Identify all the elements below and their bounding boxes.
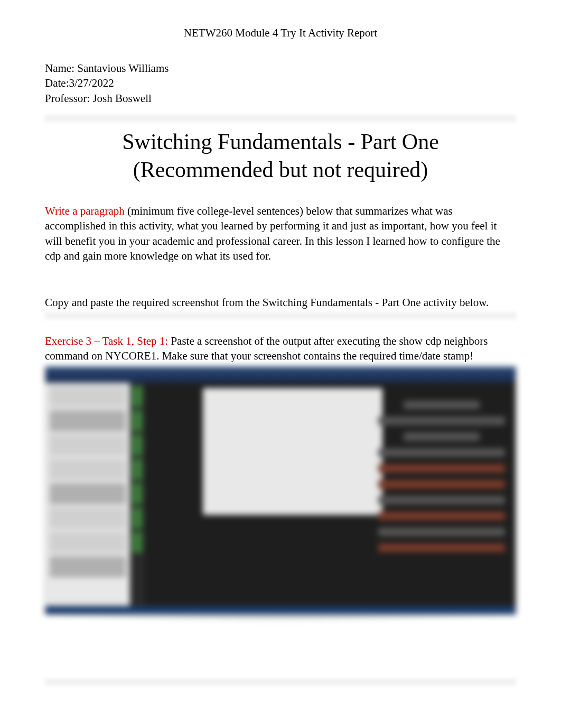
date-value: 3/27/2022 bbox=[69, 77, 114, 89]
exercise-command: show cdp neighbors bbox=[399, 335, 488, 347]
ss-sidebar-item bbox=[50, 410, 126, 431]
ss-output-line bbox=[378, 512, 505, 520]
exercise-label: Exercise 3 – Task 1, Step 1: bbox=[45, 335, 168, 347]
title-line1: Switching Fundamentals - Part One bbox=[122, 130, 439, 154]
ss-status-tile bbox=[132, 483, 143, 504]
instruction-post: activity below. bbox=[424, 296, 489, 309]
ss-output-line bbox=[404, 432, 480, 441]
title-line2: (Recommended but not required) bbox=[133, 158, 428, 182]
divider bbox=[45, 312, 516, 320]
ss-status-tile bbox=[132, 435, 143, 456]
divider bbox=[45, 679, 516, 686]
ss-sidebar-item bbox=[50, 556, 126, 577]
ss-topology-window bbox=[203, 388, 382, 515]
ss-sidebar-item bbox=[50, 532, 126, 553]
ss-output-line bbox=[404, 401, 480, 409]
name-line: Name: Santavious Williams bbox=[45, 61, 516, 76]
date-line: Date:3/27/2022 bbox=[45, 76, 516, 90]
ss-output-line bbox=[378, 543, 505, 552]
ss-status-tile bbox=[132, 386, 143, 407]
exercise-body-post: . Make sure that your screenshot contain… bbox=[156, 349, 473, 362]
ss-output-line bbox=[378, 496, 505, 504]
ss-status-tile bbox=[132, 508, 143, 529]
screenshot-shadow bbox=[45, 614, 516, 623]
ss-status-column bbox=[130, 383, 145, 606]
embedded-screenshot bbox=[45, 366, 516, 615]
ss-title-bar bbox=[45, 367, 516, 383]
ss-sidebar-item bbox=[50, 483, 126, 504]
exercise-body-mid: command on bbox=[45, 349, 105, 362]
name-label: Name: bbox=[45, 62, 77, 75]
ss-output-line bbox=[378, 528, 505, 536]
name-value: Santavious Williams bbox=[77, 62, 169, 75]
ss-sidebar-item bbox=[50, 459, 126, 480]
instruction-activity: Switching Fundamentals - Part One bbox=[263, 296, 421, 309]
report-header: NETW260 Module 4 Try It Activity Report bbox=[45, 26, 516, 40]
write-paragraph-section: Write a paragraph (minimum five college-… bbox=[45, 204, 516, 263]
student-meta: Name: Santavious Williams Date:3/27/2022… bbox=[45, 61, 516, 106]
divider bbox=[45, 115, 516, 123]
ss-main-panel bbox=[145, 383, 516, 606]
ss-sidebar bbox=[45, 383, 130, 606]
ss-sidebar-item bbox=[50, 435, 126, 456]
ss-output-line bbox=[378, 464, 505, 473]
ss-output-line bbox=[378, 448, 505, 457]
professor-value: Josh Boswell bbox=[92, 92, 151, 105]
professor-label: Professor: bbox=[45, 92, 92, 105]
main-title: Switching Fundamentals - Part One (Recom… bbox=[45, 128, 516, 183]
ss-sidebar-item bbox=[50, 386, 126, 407]
write-paragraph-label: Write a paragraph bbox=[45, 205, 125, 217]
ss-status-tile bbox=[132, 532, 143, 553]
professor-line: Professor: Josh Boswell bbox=[45, 91, 516, 106]
screenshot-instruction: Copy and paste the required screenshot f… bbox=[45, 295, 516, 310]
ss-output-line bbox=[378, 417, 505, 425]
ss-status-tile bbox=[132, 410, 143, 431]
instruction-pre: Copy and paste the required screenshot f… bbox=[45, 296, 263, 309]
date-label: Date: bbox=[45, 77, 69, 89]
ss-terminal-output bbox=[378, 393, 505, 595]
ss-taskbar bbox=[45, 606, 516, 614]
exercise-device: NYCORE1 bbox=[105, 349, 156, 362]
exercise-body-pre: Paste a screenshot of the output after e… bbox=[168, 335, 399, 347]
ss-sidebar-item bbox=[50, 508, 126, 529]
ss-output-line bbox=[378, 480, 505, 489]
ss-status-tile bbox=[132, 459, 143, 480]
exercise-section: Exercise 3 – Task 1, Step 1: Paste a scr… bbox=[45, 334, 516, 364]
